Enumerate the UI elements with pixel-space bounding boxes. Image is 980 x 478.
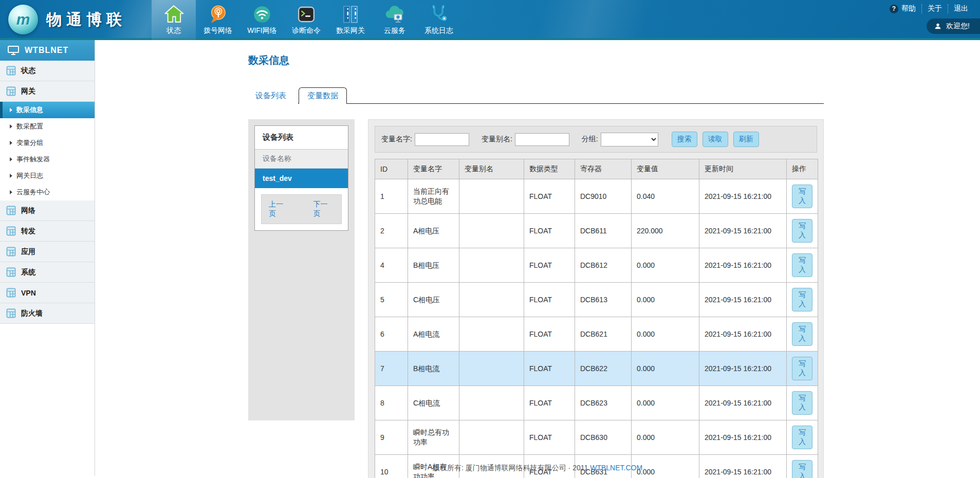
device-list-title: 设备列表 (255, 126, 348, 150)
nav-label: 状态 (167, 26, 181, 35)
write-button[interactable]: 写入 (792, 185, 812, 208)
cell-value: 0.000 (632, 317, 699, 352)
nav-item-status[interactable]: 状态 (152, 0, 196, 40)
help-label: 帮助 (901, 4, 916, 13)
cell-type: FLOAT (524, 179, 575, 214)
page-title: 数采信息 (248, 53, 824, 67)
sidebar-subitem-cloud-center[interactable]: 云服务中心 (0, 184, 95, 200)
cell-name: A相电流 (408, 317, 459, 352)
cell-name: C相电压 (408, 283, 459, 317)
footer-site-link[interactable]: WTBLNET.COM (590, 464, 642, 472)
group-label: 分组: (582, 135, 598, 144)
sidebar-item-forward[interactable]: 转发 (0, 221, 95, 242)
variable-table-body: 1当前正向有功总电能FLOATDC90100.0402021-09-15 16:… (375, 179, 818, 478)
write-button[interactable]: 写入 (792, 391, 812, 415)
terminal-icon (295, 3, 318, 26)
sidebar-subitem-datacollect-info[interactable]: 数采信息 (0, 102, 95, 118)
nav-item-syslog[interactable]: 系统日志 (417, 0, 461, 40)
nav-label: 诊断命令 (292, 26, 321, 35)
device-next-page-link[interactable]: 下一页 (313, 200, 335, 218)
sidebar-item-network[interactable]: 网络 (0, 200, 95, 221)
write-button[interactable]: 写入 (792, 219, 812, 243)
column-header: 变量值 (632, 159, 699, 179)
table-row[interactable]: 7B相电流FLOATDCB6220.0002021-09-15 16:21:00… (375, 352, 818, 386)
sidebar-item-label: 防火墙 (21, 309, 43, 318)
cell-alias (459, 420, 524, 455)
sidebar-item-vpn[interactable]: VPN (0, 283, 95, 303)
variable-alias-label: 变量别名: (482, 135, 512, 144)
tab-device-list[interactable]: 设备列表 (248, 88, 293, 104)
table-row[interactable]: 5C相电压FLOATDCB6130.0002021-09-15 16:21:00… (375, 283, 818, 317)
sidebar-subitem-datacollect-config[interactable]: 数采配置 (0, 118, 95, 135)
cell-name: B相电流 (408, 352, 459, 386)
monitor-icon (7, 45, 20, 56)
cell-actions: 写入 (787, 214, 818, 248)
nav-item-dialup[interactable]: 拨号网络 (196, 0, 240, 40)
sidebar-item-system[interactable]: 系统 (0, 262, 95, 283)
nav-item-wifi[interactable]: WIFI网络 (240, 0, 284, 40)
sidebar-item-firewall[interactable]: 防火墙 (0, 303, 95, 324)
table-row[interactable]: 4B相电压FLOATDCB6120.0002021-09-15 16:21:00… (375, 248, 818, 283)
write-button[interactable]: 写入 (792, 322, 812, 346)
write-button[interactable]: 写入 (792, 357, 812, 380)
cell-name: 当前正向有功总电能 (408, 179, 459, 214)
sidebar-item-label: 网络 (21, 206, 35, 215)
sidebar-title: WTBLNET (0, 40, 95, 61)
sidebar-subitem-variable-group[interactable]: 变量分组 (0, 135, 95, 151)
cell-value: 0.000 (632, 386, 699, 420)
cell-alias (459, 352, 524, 386)
cell-value: 0.000 (632, 420, 699, 455)
nav-item-cloud[interactable]: 云服务 (373, 0, 417, 40)
read-button[interactable]: 读取 (702, 132, 728, 147)
nav-item-gateway[interactable]: 数采网关 (328, 0, 373, 40)
cell-type: FLOAT (524, 283, 575, 317)
variable-name-input[interactable] (415, 133, 469, 146)
copyright-text: 版权所有: 厦门物通博联网络科技有限公司 (433, 464, 566, 472)
cell-value: 0.040 (632, 179, 699, 214)
column-header: 寄存器 (575, 159, 632, 179)
search-button[interactable]: 搜索 (672, 132, 697, 147)
cell-register: DCB623 (575, 386, 632, 420)
table-row[interactable]: 6A相电流FLOATDCB6210.0002021-09-15 16:21:00… (375, 317, 818, 352)
table-header-row: ID变量名字变量别名数据类型寄存器变量值更新时间操作 (375, 159, 818, 179)
cell-name: 瞬时总有功功率 (408, 420, 459, 455)
nav-item-diagnostic[interactable]: 诊断命令 (284, 0, 328, 40)
device-list-item[interactable]: test_dev (255, 169, 348, 188)
user-icon (934, 22, 942, 30)
arrow-right-icon (10, 108, 12, 112)
variable-table: ID变量名字变量别名数据类型寄存器变量值更新时间操作 1当前正向有功总电能FLO… (375, 159, 818, 478)
footer-year: 2011 (572, 464, 588, 472)
cell-updated: 2021-09-15 16:21:00 (699, 386, 787, 420)
about-link[interactable]: 关于 (921, 4, 948, 13)
cloud-icon (383, 3, 406, 26)
table-row[interactable]: 2A相电压FLOATDCB611220.0002021-09-15 16:21:… (375, 214, 818, 248)
cell-alias (459, 214, 524, 248)
write-button[interactable]: 写入 (792, 426, 812, 449)
sidebar-item-status[interactable]: 状态 (0, 61, 95, 81)
write-button[interactable]: 写入 (792, 253, 812, 277)
sidebar-subitem-gateway-log[interactable]: 网关日志 (0, 168, 95, 184)
logout-link[interactable]: 退出 (948, 4, 974, 13)
welcome-badge[interactable]: 欢迎您! (927, 19, 980, 34)
help-link[interactable]: ? 帮助 (884, 4, 921, 13)
table-row[interactable]: 9瞬时总有功功率FLOATDCB6300.0002021-09-15 16:21… (375, 420, 818, 455)
variable-alias-input[interactable] (515, 133, 569, 146)
sidebar-subitem-label: 数采信息 (16, 105, 43, 115)
table-row[interactable]: 1当前正向有功总电能FLOATDC90100.0402021-09-15 16:… (375, 179, 818, 214)
tab-variable-data[interactable]: 变量数据 (299, 87, 347, 104)
table-row[interactable]: 8C相电流FLOATDCB6230.0002021-09-15 16:21:00… (375, 386, 818, 420)
cell-id: 7 (375, 352, 408, 386)
sidebar-subitem-event-trigger[interactable]: 事件触发器 (0, 151, 95, 168)
sidebar-item-gateway[interactable]: 网关 (0, 81, 95, 102)
cell-alias (459, 283, 524, 317)
device-prev-page-link[interactable]: 上一页 (269, 200, 290, 218)
write-button[interactable]: 写入 (792, 288, 812, 311)
gateway-icon (339, 3, 362, 26)
grid-icon (6, 86, 16, 96)
column-header: 操作 (787, 159, 818, 179)
cell-id: 9 (375, 420, 408, 455)
app-window: m 物通博联 状态 拨号网络 WIFI网络 (0, 0, 980, 478)
refresh-button[interactable]: 刷新 (733, 132, 759, 147)
group-select[interactable] (601, 133, 658, 146)
sidebar-item-app[interactable]: 应用 (0, 242, 95, 262)
